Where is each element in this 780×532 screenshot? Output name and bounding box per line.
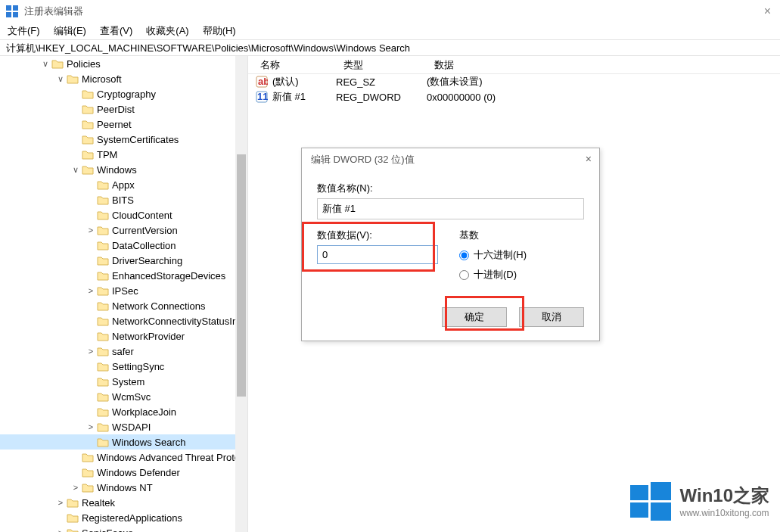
- tree-label: SettingSync: [112, 361, 164, 372]
- expand-icon[interactable]: >: [86, 226, 95, 235]
- menu-file[interactable]: 文件(F): [8, 24, 40, 38]
- menu-favorites[interactable]: 收藏夹(A): [146, 24, 188, 38]
- tree-node[interactable]: Appx: [0, 177, 247, 192]
- folder-icon: [97, 225, 109, 235]
- tree-node[interactable]: Cryptography: [0, 86, 247, 101]
- folder-icon: [97, 255, 109, 266]
- value-row[interactable]: ab(默认)REG_SZ(数值未设置): [248, 74, 780, 89]
- tree-node[interactable]: DataCollection: [0, 238, 247, 253]
- tree-node[interactable]: >IPSec: [0, 283, 247, 298]
- address-path: 计算机\HKEY_LOCAL_MACHINE\SOFTWARE\Policies…: [6, 42, 410, 54]
- menu-view[interactable]: 查看(V): [100, 24, 132, 38]
- col-type-header[interactable]: 类型: [336, 58, 427, 72]
- expand-icon[interactable]: >: [56, 498, 65, 507]
- folder-icon: [67, 527, 79, 532]
- radio-hex-input[interactable]: [459, 250, 469, 260]
- tree-node[interactable]: DriverSearching: [0, 253, 247, 268]
- tree-node[interactable]: >Realtek: [0, 495, 247, 510]
- tree-label: WcmSvc: [112, 391, 151, 403]
- dialog-close-icon[interactable]: ×: [586, 153, 592, 165]
- folder-icon: [97, 437, 109, 447]
- tree-label: WorkplaceJoin: [112, 406, 176, 418]
- tree-node[interactable]: Windows Search: [0, 434, 247, 450]
- tree-label: IPSec: [112, 285, 138, 297]
- tree-node[interactable]: RegisteredApplications: [0, 510, 247, 525]
- tree-node[interactable]: SystemCertificates: [0, 132, 247, 147]
- radio-hex-label: 十六进制(H): [474, 248, 527, 262]
- folder-icon: [97, 331, 109, 341]
- expand-icon[interactable]: >: [71, 483, 80, 492]
- tree-label: Appx: [112, 179, 135, 191]
- address-bar[interactable]: 计算机\HKEY_LOCAL_MACHINE\SOFTWARE\Policies…: [0, 39, 780, 56]
- tree-node[interactable]: >SonicFocus: [0, 525, 247, 532]
- expand-icon[interactable]: >: [86, 422, 95, 431]
- folder-icon: [67, 497, 79, 508]
- registry-tree[interactable]: ∨Policies∨MicrosoftCryptographyPeerDistP…: [0, 56, 247, 532]
- col-name-header[interactable]: 名称: [248, 58, 336, 72]
- tree-node[interactable]: >WSDAPI: [0, 419, 247, 434]
- value-type-icon: ab: [256, 76, 268, 88]
- cancel-button[interactable]: 取消: [519, 307, 584, 327]
- tree-node[interactable]: CloudContent: [0, 207, 247, 222]
- folder-icon: [97, 194, 109, 205]
- tree-node[interactable]: WcmSvc: [0, 389, 247, 404]
- tree-node[interactable]: ∨Windows: [0, 162, 247, 177]
- radio-dec-input[interactable]: [459, 270, 469, 280]
- folder-icon: [97, 300, 109, 311]
- tree-node[interactable]: >Windows NT: [0, 480, 247, 495]
- menu-edit[interactable]: 编辑(E): [54, 24, 86, 38]
- tree-node[interactable]: NetworkConnectivityStatusIndi: [0, 313, 247, 328]
- tree-node[interactable]: Peernet: [0, 117, 247, 132]
- tree-node[interactable]: TPM: [0, 147, 247, 162]
- radio-hex[interactable]: 十六进制(H): [459, 245, 584, 265]
- tree-node[interactable]: Windows Advanced Threat Prote: [0, 450, 247, 465]
- watermark-icon: [630, 481, 671, 521]
- tree-node[interactable]: >CurrentVersion: [0, 222, 247, 238]
- tree-node[interactable]: ∨Microsoft: [0, 71, 247, 86]
- svg-rect-0: [6, 5, 11, 11]
- watermark: Win10之家 www.win10xitong.com: [630, 481, 769, 521]
- folder-icon: [82, 467, 94, 478]
- app-icon: [6, 5, 18, 17]
- data-input[interactable]: [317, 245, 438, 264]
- tree-node[interactable]: >safer: [0, 344, 247, 359]
- expand-icon[interactable]: ∨: [56, 74, 65, 84]
- tree-node[interactable]: PeerDist: [0, 101, 247, 117]
- tree-node[interactable]: Network Connections: [0, 298, 247, 313]
- tree-node[interactable]: NetworkProvider: [0, 328, 247, 344]
- tree-node[interactable]: ∨Policies: [0, 56, 247, 71]
- tree-label: SystemCertificates: [97, 134, 179, 145]
- name-field[interactable]: 新值 #1: [317, 198, 584, 219]
- tree-node[interactable]: Windows Defender: [0, 465, 247, 480]
- expand-icon[interactable]: >: [86, 286, 95, 295]
- tree-node[interactable]: BITS: [0, 192, 247, 207]
- value-row[interactable]: 110新值 #1REG_DWORD0x00000000 (0): [248, 89, 780, 104]
- col-data-header[interactable]: 数据: [427, 58, 780, 72]
- tree-label: TPM: [97, 149, 117, 160]
- tree-label: Windows: [97, 164, 137, 176]
- folder-icon: [82, 134, 94, 145]
- menubar: 文件(F) 编辑(E) 查看(V) 收藏夹(A) 帮助(H): [0, 23, 780, 39]
- menu-help[interactable]: 帮助(H): [203, 24, 236, 38]
- expand-icon[interactable]: ∨: [71, 165, 80, 175]
- watermark-url: www.win10xitong.com: [680, 508, 769, 518]
- tree-node[interactable]: System: [0, 374, 247, 389]
- ok-button[interactable]: 确定: [442, 307, 507, 327]
- tree-node[interactable]: EnhancedStorageDevices: [0, 268, 247, 283]
- folder-icon: [67, 512, 79, 523]
- scrollbar-thumb[interactable]: [237, 154, 246, 397]
- close-icon[interactable]: ×: [764, 5, 771, 18]
- radio-dec[interactable]: 十进制(D): [459, 265, 584, 285]
- folder-icon: [97, 391, 109, 402]
- expand-icon[interactable]: ∨: [41, 59, 50, 69]
- tree-node[interactable]: SettingSync: [0, 359, 247, 374]
- expand-icon[interactable]: >: [56, 528, 65, 532]
- tree-scrollbar[interactable]: [235, 56, 247, 532]
- tree-node[interactable]: WorkplaceJoin: [0, 404, 247, 419]
- tree-label: Microsoft: [82, 73, 122, 85]
- tree-label: Network Connections: [112, 300, 206, 312]
- name-label: 数值名称(N):: [317, 182, 584, 195]
- folder-icon: [97, 285, 109, 296]
- folder-icon: [82, 452, 94, 462]
- expand-icon[interactable]: >: [86, 347, 95, 356]
